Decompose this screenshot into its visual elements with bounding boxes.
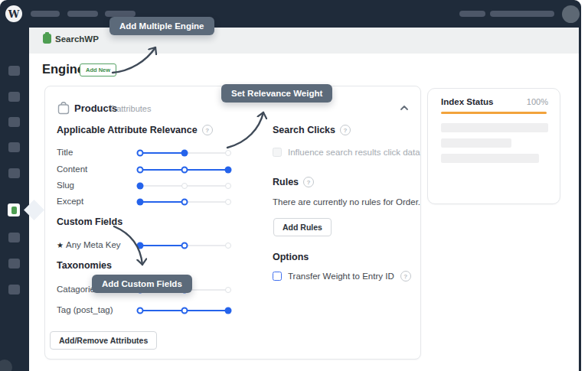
index-status-card: Index Status 100% [427,88,560,204]
sidebar-item-searchwp[interactable] [8,203,20,216]
slider-filled-segment [140,152,185,154]
attribute-slider-row: Slug [57,180,257,190]
options-label: Options [273,252,309,262]
tooltip-set-relevance-weight: Set Relevance Weight [221,84,332,103]
weight-slider[interactable] [140,169,228,171]
sidebar-item[interactable] [8,285,20,295]
attribute-label: Except [57,197,83,206]
skeleton-line [441,123,548,132]
slider-handle-open[interactable] [181,308,188,314]
attribute-label: Content [57,164,87,174]
attribute-slider-row: Title [57,147,257,158]
attribute-slider-row: Except [57,196,257,207]
section-title: Taxonomies [57,260,112,271]
slider-handle-faint[interactable] [225,199,231,205]
slider-handle-faint[interactable] [225,183,231,189]
weight-slider[interactable] [140,201,228,203]
sidebar-item[interactable] [8,92,20,102]
user-avatar[interactable] [562,5,580,23]
topbar-menu-placeholder[interactable] [67,11,98,17]
sidebar-item[interactable] [8,66,20,76]
topbar-menu-placeholder[interactable] [31,11,60,17]
attribute-groups: Applicable Attribute RelevanceTitleConte… [57,86,257,359]
transfer-weight-checkbox[interactable] [273,272,282,281]
slider-handle-faint[interactable] [225,287,231,293]
help-icon[interactable] [303,177,314,187]
engine-settings-column: Search Clicks Influence search results c… [273,86,414,359]
slider-handle-filled[interactable] [137,183,144,190]
slider-handle-filled[interactable] [181,150,188,157]
sidebar-item[interactable] [8,168,20,178]
slider-filled-segment [140,201,185,203]
topbar-menu-placeholder[interactable] [459,11,485,17]
attribute-slider-row: ★Any Meta Key [57,239,257,250]
sidebar-item[interactable] [8,142,20,152]
slider-handle-filled[interactable] [225,308,232,314]
sidebar-item[interactable] [8,233,20,242]
tooltip-add-custom-fields: Add Custom Fields [92,275,192,293]
section-title: Custom Fields [57,216,122,227]
sidebar-item[interactable] [8,117,20,127]
searchwp-logo-icon [43,34,51,44]
slider-handle-filled[interactable] [225,167,232,174]
attribute-label: Slug [57,181,74,190]
search-clicks-label: Search Clicks [273,125,335,135]
influence-clicks-checkbox[interactable] [273,148,282,157]
brand-name: SearchWP [55,34,99,44]
topbar-menu-placeholder[interactable] [490,11,554,17]
engine-source-card: Products 7 attributes Applicable Attribu… [44,86,421,360]
attribute-slider-row: Tag (post_tag) [57,304,257,315]
tooltip-add-multiple-engine: Add Multiple Engine [109,17,214,35]
section-title: Applicable Attribute Relevance [57,125,213,135]
skeleton-line [441,154,539,163]
index-status-title: Index Status [441,97,493,106]
weight-slider[interactable] [140,245,228,246]
slider-handle-open[interactable] [181,242,188,249]
rules-label: Rules [273,177,299,187]
slider-handle-filled[interactable] [137,242,144,249]
slider-handle-open[interactable] [181,167,188,174]
slider-handle-open[interactable] [137,150,144,157]
options-title: Options [273,252,309,262]
slider-handle-faint[interactable] [181,183,188,189]
influence-clicks-row: Influence search results click data [273,148,420,157]
index-progress-bar [441,112,547,114]
index-status-percent: 100% [527,97,548,106]
page-title: Engine [42,62,84,76]
slider-handle-open[interactable] [137,308,144,314]
topbar-menu-placeholder[interactable] [105,11,136,17]
influence-clicks-label: Influence search results click data [288,148,420,157]
searchwp-mini-icon [11,207,17,214]
weight-slider[interactable] [140,310,228,311]
transfer-weight-label: Transfer Weight to Entry ID [288,272,394,281]
slider-handle-faint[interactable] [225,150,231,156]
screenshot-stage: W SearchWP Engine Add New Products 7 att… [0,0,588,371]
skeleton-line [441,138,511,148]
weight-slider[interactable] [140,185,228,187]
weight-slider[interactable] [140,152,228,154]
transfer-weight-row: Transfer Weight to Entry ID [273,271,411,282]
rules-empty-text: There are currently no rules for Order. [273,197,420,207]
attribute-label: Title [57,148,73,157]
window-right-edge [579,26,581,371]
wordpress-logo-icon[interactable]: W [5,5,22,22]
rules-title: Rules [273,177,314,187]
help-icon[interactable] [340,125,351,135]
add-new-button[interactable]: Add New [80,63,116,76]
star-icon: ★ [57,241,64,249]
slider-handle-filled[interactable] [137,199,144,206]
help-icon[interactable] [400,271,411,282]
slider-handle-open[interactable] [181,199,188,206]
add-rules-button[interactable]: Add Rules [273,218,332,236]
slider-filled-segment [140,245,185,246]
add-remove-attributes-button[interactable]: Add/Remove Attributes [50,331,157,350]
sidebar-item[interactable] [8,259,20,268]
attribute-label: Tag (post_tag) [57,305,113,314]
searchwp-brand: SearchWP [43,34,99,44]
attribute-label: ★Any Meta Key [57,240,121,249]
slider-handle-faint[interactable] [225,242,231,249]
attribute-slider-row: Content [57,164,257,174]
help-icon[interactable] [202,125,213,135]
search-clicks-title: Search Clicks [273,125,351,135]
slider-handle-open[interactable] [137,167,144,174]
